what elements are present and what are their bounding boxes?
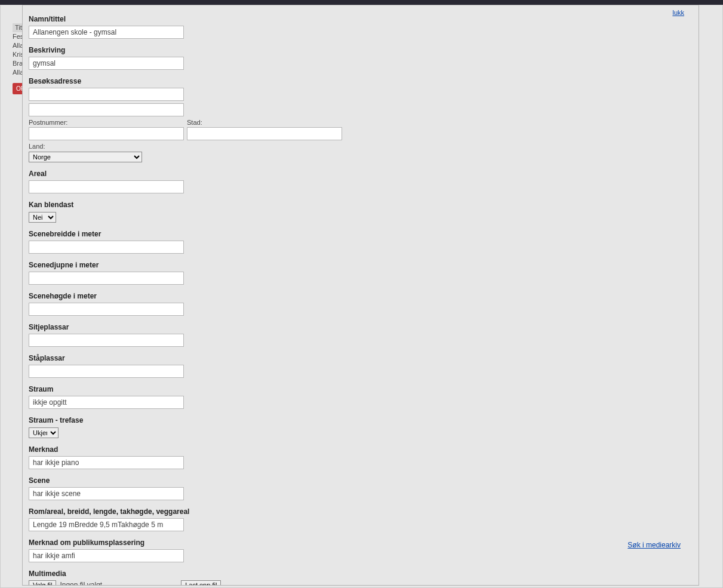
- file-status: Ingen fil valgt: [60, 581, 102, 585]
- blendast-label: Kan blendast: [29, 201, 677, 209]
- name-input[interactable]: [29, 26, 184, 39]
- sitjeplassar-input[interactable]: [29, 334, 184, 347]
- scene-input[interactable]: [29, 487, 184, 500]
- stad-input[interactable]: [187, 127, 342, 140]
- visit-address-label: Besøksadresse: [29, 77, 677, 85]
- staplassar-input[interactable]: [29, 365, 184, 378]
- modal-scroll[interactable]: Namn/tittel Beskriving Besøksadresse Pos…: [23, 5, 689, 585]
- rom-areal-label: Rom/areal, breidd, lengde, takhøgde, veg…: [29, 507, 677, 516]
- name-label: Namn/tittel: [29, 15, 677, 23]
- straum-label: Straum: [29, 385, 677, 393]
- merknad-publikum-label: Merknad om publikumsplassering: [29, 538, 677, 547]
- scene-label: Scene: [29, 476, 677, 485]
- description-label: Beskriving: [29, 46, 677, 54]
- blendast-select[interactable]: Nei: [29, 212, 56, 223]
- merknad-label: Merknad: [29, 445, 677, 454]
- straum-input[interactable]: [29, 396, 184, 409]
- postnr-label: Postnummer:: [29, 119, 184, 126]
- merknad-publikum-input[interactable]: [29, 549, 184, 562]
- edit-location-modal: lukk Namn/tittel Beskriving Besøksadress…: [22, 5, 699, 586]
- scenehogde-label: Scenehøgde i meter: [29, 292, 677, 300]
- scenebreidde-label: Scenebreidde i meter: [29, 230, 677, 238]
- areal-label: Areal: [29, 170, 677, 178]
- address-line1-input[interactable]: [29, 88, 184, 101]
- upload-file-button[interactable]: Last opp fil: [181, 580, 221, 585]
- scenebreidde-input[interactable]: [29, 241, 184, 254]
- scenedjupne-input[interactable]: [29, 272, 184, 285]
- scenedjupne-label: Scenedjupne i meter: [29, 261, 677, 269]
- sitjeplassar-label: Sitjeplassar: [29, 323, 677, 331]
- scenehogde-input[interactable]: [29, 303, 184, 316]
- rom-areal-input[interactable]: [29, 518, 184, 531]
- stad-label: Stad:: [187, 119, 342, 126]
- land-select[interactable]: Norge: [29, 152, 142, 162]
- straum-trefase-select[interactable]: Ukjent: [29, 427, 59, 438]
- choose-file-button[interactable]: Velg fil: [29, 580, 56, 585]
- merknad-input[interactable]: [29, 456, 184, 469]
- areal-input[interactable]: [29, 180, 184, 193]
- straum-trefase-label: Straum - trefase: [29, 416, 677, 424]
- multimedia-label: Multimedia: [29, 569, 677, 578]
- address-line2-input[interactable]: [29, 103, 184, 116]
- search-mediearchive-link[interactable]: Søk i mediearkiv: [627, 541, 681, 549]
- postnr-input[interactable]: [29, 127, 184, 140]
- land-label: Land:: [29, 143, 677, 150]
- staplassar-label: Ståplassar: [29, 354, 677, 362]
- description-input[interactable]: [29, 57, 184, 70]
